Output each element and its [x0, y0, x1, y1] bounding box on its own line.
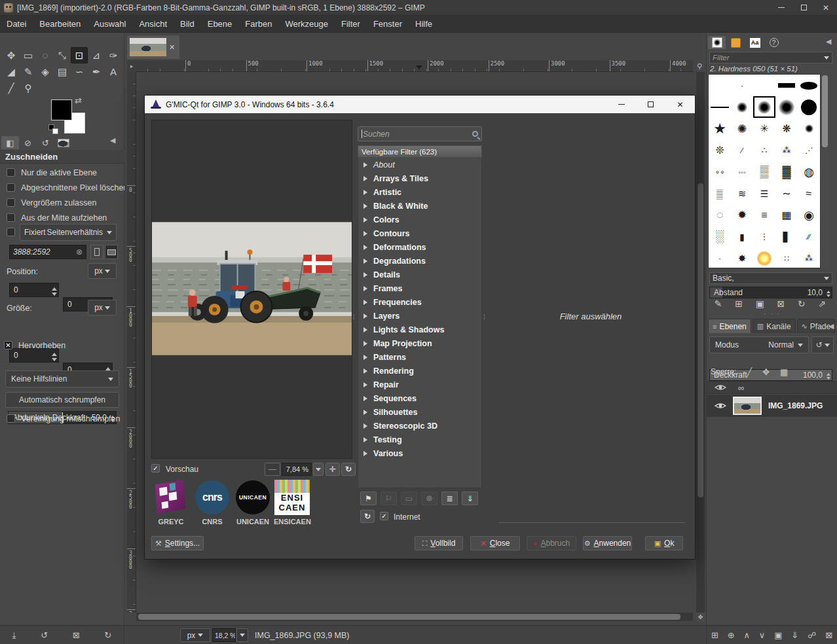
expand-triangle-icon[interactable]	[363, 272, 367, 277]
default-colors-icon[interactable]	[48, 124, 59, 135]
size-unit-dropdown[interactable]: px	[88, 300, 117, 315]
ruler-corner-button[interactable]: ▸	[127, 60, 136, 72]
brush-grid-scrollbar[interactable]	[821, 74, 829, 268]
filter-category-various[interactable]: Various	[358, 446, 481, 460]
expand-triangle-icon[interactable]	[363, 245, 367, 250]
expand-triangle-icon[interactable]	[363, 368, 367, 374]
brush-thumbnail[interactable]: ∴	[753, 139, 775, 161]
lock-pixels-toggle[interactable]: ╱	[747, 367, 752, 377]
brush-thumbnail[interactable]: ≡	[753, 204, 775, 226]
fullscreen-button[interactable]: ⛶Vollbild	[415, 536, 463, 550]
expand-triangle-icon[interactable]	[363, 341, 367, 346]
zoom-tool[interactable]: ⚲	[20, 80, 37, 96]
menu-bild[interactable]: Bild	[174, 16, 201, 33]
expand-triangle-icon[interactable]	[363, 162, 367, 168]
merge-down-button[interactable]: ⇓	[791, 630, 798, 640]
abgeschnittene-pixel-l-schen-checkbox[interactable]	[7, 183, 15, 192]
color-picker-tool[interactable]: ╱	[3, 80, 20, 96]
bucket-fill-tool[interactable]: ◢	[3, 63, 20, 80]
refresh-filters-button[interactable]: ↻	[360, 510, 375, 523]
new-brush-button[interactable]: ⊞	[735, 298, 743, 309]
brush-thumbnail[interactable]	[798, 118, 820, 139]
apply-button[interactable]: ⚙Anwenden	[583, 536, 632, 550]
brush-thumbnail[interactable]: ▒	[709, 183, 731, 204]
brush-thumbnail[interactable]: ⁂	[775, 139, 798, 161]
expand-triangle-icon[interactable]	[363, 410, 367, 415]
expand-triangle-icon[interactable]	[363, 231, 367, 236]
expand-triangle-icon[interactable]	[363, 451, 367, 456]
brush-thumbnail[interactable]	[775, 75, 798, 96]
landscape-orientation-button[interactable]	[105, 245, 118, 259]
brush-thumbnail[interactable]	[753, 96, 775, 118]
menu-ansicht[interactable]: Ansicht	[132, 16, 174, 33]
refresh-brushes-button[interactable]: ↻	[798, 298, 806, 309]
filter-category-map-projection[interactable]: Map Projection	[358, 336, 481, 350]
lower-layer-button[interactable]: ∨	[759, 630, 766, 640]
close-button[interactable]: ✕Close	[470, 536, 520, 550]
filter-category-patterns[interactable]: Patterns	[358, 350, 481, 364]
navigation-button[interactable]: ✥	[696, 613, 705, 621]
nur-die-aktive-ebene-checkbox[interactable]	[7, 168, 15, 177]
menu-hilfe[interactable]: Hilfe	[409, 16, 439, 33]
expand-triangle-icon[interactable]	[363, 259, 367, 264]
expand-triangle-icon[interactable]	[363, 313, 367, 319]
brush-thumbnail[interactable]: ░	[709, 226, 731, 247]
menu-farben[interactable]: Farben	[238, 16, 278, 33]
dock-splitter[interactable]: · · ·	[707, 312, 837, 317]
delete-brush-button[interactable]: ⊠	[777, 298, 785, 309]
filter-category-arrays-tiles[interactable]: Arrays & Tiles	[358, 171, 481, 185]
add-layer-mask-button[interactable]: ☍	[808, 630, 816, 640]
save-tool-preset-button[interactable]: ⤓	[12, 630, 16, 641]
minimize-button[interactable]	[770, 0, 792, 16]
tab-brushes[interactable]	[708, 36, 726, 49]
tab-patterns[interactable]	[727, 36, 745, 49]
brush-thumbnail[interactable]	[753, 75, 775, 96]
menu-werkzeuge[interactable]: Werkzeuge	[279, 16, 335, 33]
brush-thumbnail[interactable]: ≋	[731, 183, 753, 204]
collapse-left-icon[interactable]: ◀	[826, 37, 831, 46]
splitter-handle[interactable]: ⁞	[353, 316, 355, 318]
expand-triangle-icon[interactable]	[363, 327, 367, 332]
tab-kanaele[interactable]: ▥Kanäle	[753, 319, 796, 333]
menu-ebene[interactable]: Ebene	[201, 16, 239, 33]
brush-thumbnail[interactable]	[731, 96, 753, 118]
filter-category-deformations[interactable]: Deformations	[358, 240, 481, 254]
image-tab[interactable]: ✕	[127, 35, 179, 59]
brush-thumbnail[interactable]: ·	[709, 247, 731, 268]
brush-thumbnail[interactable]	[798, 75, 820, 96]
expand-triangle-icon[interactable]	[363, 437, 367, 442]
gmic-titlebar[interactable]: G'MIC-Qt for GIMP 3.0 - Windows 64 bits …	[145, 96, 695, 113]
paintbrush-tool[interactable]: ✎	[20, 63, 37, 80]
brush-thumbnail[interactable]: ✳	[753, 118, 775, 139]
ink-tool[interactable]: ✒	[88, 63, 105, 80]
brush-thumbnail[interactable]: ▮	[731, 226, 753, 247]
vertical-scrollbar[interactable]	[696, 72, 705, 613]
ok-button[interactable]: ▣Ok	[645, 536, 683, 550]
clone-tool[interactable]: ▤	[54, 63, 71, 80]
raise-layer-button[interactable]: ∧	[743, 630, 750, 640]
measure-tool[interactable]: ⤡	[54, 47, 71, 63]
expand-triangle-icon[interactable]	[363, 300, 367, 305]
duplicate-layer-button[interactable]: ▣	[774, 630, 782, 640]
zoom-ruler-icon[interactable]: ⚲	[694, 60, 705, 72]
brush-thumbnail[interactable]	[709, 96, 731, 118]
internet-checkbox[interactable]: ✓	[380, 512, 388, 520]
filter-category-layers[interactable]: Layers	[358, 309, 481, 323]
smudge-tool[interactable]: ∽	[71, 63, 88, 80]
layer-row[interactable]: IMG_1869.JPG	[707, 395, 837, 417]
unified-transform-tool[interactable]: ⊿	[88, 47, 105, 63]
expand-triangle-icon[interactable]	[363, 382, 367, 387]
preview-checkbox[interactable]: ✓	[151, 464, 160, 473]
rectangle-select-tool[interactable]: ▭	[20, 47, 37, 63]
brush-thumbnail[interactable]: ∕∕	[798, 226, 820, 247]
brush-thumbnail[interactable]: ▦	[775, 204, 798, 226]
brush-thumbnail[interactable]: ◍	[798, 161, 820, 183]
brush-thumbnail[interactable]: ◉	[798, 204, 820, 226]
layer-visibility-icon[interactable]	[715, 402, 726, 410]
reset-tool-options-button[interactable]: ↻	[104, 630, 111, 640]
maximize-button[interactable]	[792, 0, 815, 16]
settings-button[interactable]: ⚒ Settings...	[151, 536, 204, 550]
expand-triangle-icon[interactable]	[363, 355, 367, 360]
brush-thumbnail[interactable]: ⋰	[798, 139, 820, 161]
filter-category-black-white[interactable]: Black & White	[358, 199, 481, 213]
